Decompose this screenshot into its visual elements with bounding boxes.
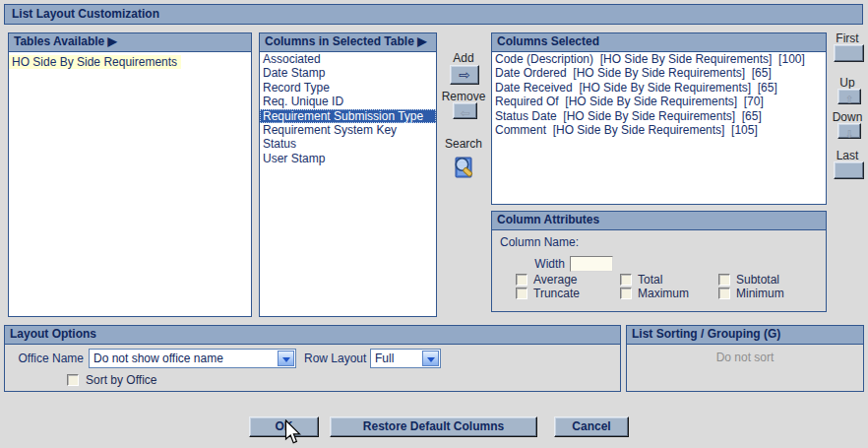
maximum-checkbox[interactable] <box>620 288 632 299</box>
truncate-label: Truncate <box>533 287 580 300</box>
sort-by-office-label: Sort by Office <box>86 373 156 387</box>
row-layout-dropdown[interactable]: Full <box>370 349 441 368</box>
list-item[interactable]: Date Stamp <box>260 66 436 80</box>
arrow-right-icon: ⇨ <box>459 67 470 83</box>
total-checkbox[interactable] <box>620 274 632 286</box>
office-name-dropdown[interactable]: Do not show office name <box>89 349 296 368</box>
list-item[interactable]: HO Side By Side Requirements <box>9 55 181 69</box>
search-icon[interactable] <box>452 154 477 180</box>
list-item[interactable]: Requirement System Key <box>260 123 436 137</box>
down-label: Down <box>830 110 865 124</box>
columns-in-table-header: Columns in Selected Table ▶ <box>260 33 436 52</box>
office-name-value: Do not show office name <box>93 352 223 365</box>
list-item-selected[interactable]: Requirement Submission Type <box>260 109 436 123</box>
list-item[interactable]: Status Date [HO Side By Side Requirement… <box>492 109 826 123</box>
tables-available-header: Tables Available ▶ <box>9 33 251 52</box>
list-item[interactable]: Req. Unique ID <box>260 95 436 108</box>
columns-selected-list[interactable]: Code (Description) [HO Side By Side Requ… <box>492 52 826 137</box>
chevron-down-icon <box>282 357 290 366</box>
dialog-title: List Layout Customization <box>4 4 863 25</box>
columns-in-table-panel: Columns in Selected Table ▶ Associated D… <box>259 32 437 317</box>
arrow-down-icon: ⇩ <box>844 128 853 140</box>
last-label: Last <box>830 149 865 162</box>
list-item[interactable]: Record Type <box>260 81 436 95</box>
width-input[interactable] <box>570 256 613 272</box>
list-sorting-header: List Sorting / Grouping (G) <box>627 326 863 345</box>
list-item[interactable]: Comment [HO Side By Side Requirements] [… <box>492 123 826 137</box>
search-label: Search <box>438 137 489 151</box>
tables-available-panel: Tables Available ▶ HO Side By Side Requi… <box>8 32 252 317</box>
list-item[interactable]: Code (Description) [HO Side By Side Requ… <box>492 52 826 66</box>
add-label: Add <box>438 51 489 65</box>
row-layout-value: Full <box>375 352 394 365</box>
restore-default-columns-button[interactable]: Restore Default Columns <box>330 416 537 437</box>
remove-label: Remove <box>436 90 491 103</box>
layout-options-header: Layout Options <box>5 326 620 345</box>
columns-in-table-list[interactable]: Associated Date Stamp Record Type Req. U… <box>260 52 436 165</box>
average-label: Average <box>533 273 577 287</box>
width-label: Width <box>492 257 565 271</box>
average-checkbox[interactable] <box>516 274 527 286</box>
minimum-label: Minimum <box>736 287 784 300</box>
column-attributes-panel: Column Attributes Column Name: Width Ave… <box>491 211 827 312</box>
row-layout-label: Row Layout <box>304 352 365 365</box>
cancel-button[interactable]: Cancel <box>554 416 629 437</box>
list-item[interactable]: Date Received [HO Side By Side Requireme… <box>492 81 826 95</box>
list-item[interactable]: Associated <box>260 52 436 66</box>
dropdown-button[interactable] <box>422 351 439 366</box>
columns-selected-header: Columns Selected <box>492 33 826 52</box>
do-not-sort-text: Do not sort <box>627 351 863 364</box>
up-label: Up <box>830 76 865 90</box>
chevron-down-icon <box>427 357 435 366</box>
tables-available-list[interactable]: HO Side By Side Requirements <box>9 52 251 70</box>
arrow-left-icon: ⇦ <box>460 106 469 120</box>
first-label: First <box>830 32 865 45</box>
last-button[interactable] <box>834 161 864 179</box>
subtotal-label: Subtotal <box>736 273 779 287</box>
column-name-label: Column Name: <box>500 235 579 249</box>
list-layout-customization-dialog: List Layout Customization Tables Availab… <box>0 0 868 448</box>
list-sorting-panel: List Sorting / Grouping (G) Do not sort <box>626 325 864 392</box>
column-attributes-header: Column Attributes <box>492 212 826 230</box>
list-item[interactable]: Status <box>260 137 436 151</box>
ok-button[interactable]: OK <box>249 416 319 437</box>
truncate-checkbox[interactable] <box>516 288 527 299</box>
list-item[interactable]: Date Ordered [HO Side By Side Requiremen… <box>492 66 826 80</box>
layout-options-panel: Layout Options Office Name Do not show o… <box>4 325 621 392</box>
up-button[interactable]: ⇧ <box>837 89 861 104</box>
total-label: Total <box>638 273 662 287</box>
office-name-label: Office Name <box>5 352 84 365</box>
maximum-label: Maximum <box>638 287 689 300</box>
sort-by-office-checkbox[interactable] <box>67 374 79 386</box>
columns-selected-panel: Columns Selected Code (Description) [HO … <box>491 32 827 205</box>
down-button[interactable]: ⇩ <box>837 123 861 139</box>
list-item[interactable]: Required Of [HO Side By Side Requirement… <box>492 95 826 108</box>
dropdown-button[interactable] <box>278 351 294 366</box>
add-button[interactable]: ⇨ <box>450 65 479 85</box>
first-button[interactable] <box>834 44 864 62</box>
remove-button[interactable]: ⇦ <box>453 102 477 119</box>
subtotal-checkbox[interactable] <box>718 274 730 286</box>
list-item[interactable]: User Stamp <box>260 152 436 165</box>
arrow-up-icon: ⇧ <box>844 94 853 105</box>
minimum-checkbox[interactable] <box>718 288 730 299</box>
